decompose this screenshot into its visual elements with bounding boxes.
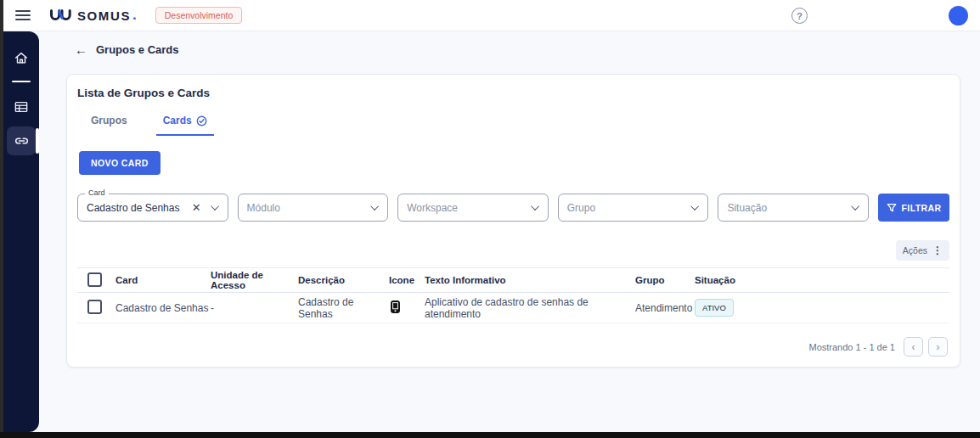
col-texto: Texto Informativo bbox=[425, 275, 635, 285]
cards-table: Card Unidade de Acesso Descrição Icone T… bbox=[77, 267, 949, 323]
tab-cards-label: Cards bbox=[163, 115, 192, 126]
panel-title: Lista de Grupos e Cards bbox=[77, 87, 949, 99]
actions-row: Ações ⋮ bbox=[77, 240, 949, 261]
col-grupo: Grupo bbox=[635, 275, 695, 285]
tab-cards[interactable]: Cards bbox=[156, 111, 214, 136]
filtrar-button[interactable]: FILTRAR bbox=[878, 194, 949, 222]
link-icon bbox=[14, 134, 30, 148]
table-header-row: Card Unidade de Acesso Descrição Icone T… bbox=[77, 267, 949, 293]
filter-bar: Card Cadastro de Senhas ✕ Módulo Workspa… bbox=[77, 194, 949, 222]
active-indicator bbox=[36, 128, 39, 154]
cell-card: Cadastro de Senhas bbox=[115, 302, 211, 314]
sidebar-item-table[interactable] bbox=[7, 93, 36, 121]
pagination: Mostrando 1 - 1 de 1 ‹ › bbox=[77, 337, 949, 357]
user-avatar[interactable] bbox=[949, 6, 968, 25]
list-panel: Lista de Grupos e Cards Grupos Cards NOV… bbox=[66, 74, 960, 368]
check-circle-icon bbox=[196, 115, 207, 126]
help-icon[interactable]: ? bbox=[791, 8, 808, 24]
page-title: Grupos e Cards bbox=[96, 43, 179, 56]
topbar: SOMUS. Desenvolvimento ? bbox=[3, 0, 980, 31]
pagination-summary: Mostrando 1 - 1 de 1 bbox=[808, 342, 895, 352]
somus-logo-icon bbox=[49, 9, 72, 22]
col-situacao: Situação bbox=[695, 275, 949, 285]
window-edge-bottom bbox=[0, 432, 980, 438]
filter-situacao-placeholder: Situação bbox=[727, 202, 853, 214]
page-header: ← Grupos e Cards bbox=[75, 43, 980, 56]
filter-card-value: Cadastro de Senhas bbox=[87, 202, 192, 214]
clear-x-icon[interactable]: ✕ bbox=[192, 201, 201, 214]
environment-badge: Desenvolvimento bbox=[155, 7, 243, 24]
cell-unidade: - bbox=[211, 302, 298, 314]
kebab-menu-icon: ⋮ bbox=[932, 244, 943, 256]
col-unidade: Unidade de Acesso bbox=[211, 270, 298, 290]
acoes-label: Ações bbox=[903, 245, 927, 256]
chevron-down-icon[interactable] bbox=[211, 202, 219, 211]
table-icon bbox=[14, 100, 29, 114]
col-descricao: Descrição bbox=[298, 275, 389, 285]
filter-workspace-placeholder: Workspace bbox=[407, 202, 533, 214]
status-badge: ATIVO bbox=[695, 299, 734, 317]
table-row[interactable]: Cadastro de Senhas - Cadastro de Senhas … bbox=[77, 293, 949, 323]
filter-workspace-select[interactable]: Workspace bbox=[397, 194, 549, 222]
filter-grupo-placeholder: Grupo bbox=[567, 202, 694, 214]
funnel-icon bbox=[887, 203, 897, 213]
tab-grupos-label: Grupos bbox=[91, 115, 127, 126]
brand-text: SOMUS bbox=[77, 8, 131, 23]
cell-texto: Aplicativo de cadastro de senhas de aten… bbox=[425, 296, 635, 320]
brand-dot: . bbox=[132, 7, 137, 24]
app-logo: SOMUS. bbox=[49, 7, 137, 24]
filter-card-label: Card bbox=[85, 188, 109, 197]
filter-modulo-placeholder: Módulo bbox=[247, 202, 374, 214]
select-all-checkbox[interactable] bbox=[87, 272, 102, 287]
col-icone: Icone bbox=[389, 275, 425, 285]
filter-grupo-select[interactable]: Grupo bbox=[558, 194, 709, 222]
window-edge-left bbox=[0, 0, 3, 438]
sidebar-divider bbox=[12, 81, 31, 82]
sidebar bbox=[3, 31, 39, 432]
filter-card-select[interactable]: Card Cadastro de Senhas ✕ bbox=[77, 194, 228, 222]
col-card: Card bbox=[115, 275, 211, 285]
filter-situacao-select[interactable]: Situação bbox=[718, 194, 869, 222]
sidebar-item-home[interactable] bbox=[7, 43, 36, 72]
cell-grupo: Atendimento bbox=[635, 302, 695, 314]
filtrar-label: FILTRAR bbox=[902, 203, 942, 213]
cell-descricao: Cadastro de Senhas bbox=[298, 296, 389, 320]
tab-grupos[interactable]: Grupos bbox=[84, 111, 134, 136]
prev-page-button[interactable]: ‹ bbox=[904, 337, 923, 357]
next-page-button[interactable]: › bbox=[928, 337, 948, 357]
home-icon bbox=[14, 51, 29, 65]
main-content: ← Grupos e Cards Lista de Grupos e Cards… bbox=[39, 31, 980, 432]
acoes-button[interactable]: Ações ⋮ bbox=[896, 240, 949, 261]
filter-modulo-select[interactable]: Módulo bbox=[238, 194, 389, 222]
sidebar-item-links[interactable] bbox=[7, 126, 36, 155]
mobile-app-icon bbox=[391, 300, 425, 316]
row-checkbox[interactable] bbox=[87, 300, 102, 314]
back-arrow-icon[interactable]: ← bbox=[75, 43, 87, 56]
novo-card-button[interactable]: NOVO CARD bbox=[79, 151, 161, 175]
hamburger-menu-icon[interactable] bbox=[15, 10, 31, 20]
tab-bar: Grupos Cards bbox=[84, 111, 949, 136]
